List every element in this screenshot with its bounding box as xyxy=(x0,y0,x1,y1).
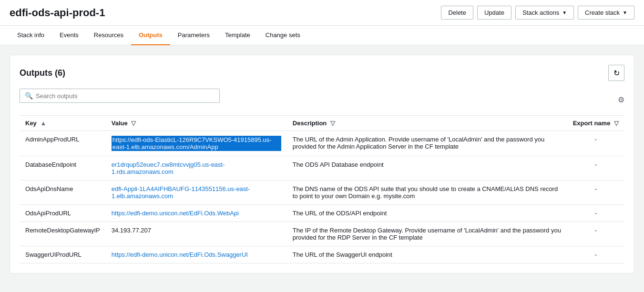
stack-actions-button[interactable]: Stack actions ▼ xyxy=(515,6,574,20)
outputs-count: (6) xyxy=(55,68,65,78)
create-stack-button[interactable]: Create stack ▼ xyxy=(578,6,634,20)
nav-tabs: Stack info Events Resources Outputs Para… xyxy=(0,26,644,45)
description-cell: The URL of the ODS/API endpoint xyxy=(287,205,567,222)
tab-resources[interactable]: Resources xyxy=(86,26,131,45)
description-cell: The ODS API Database endpoint xyxy=(287,156,567,181)
key-cell: AdminAppProdURL xyxy=(20,131,106,156)
tab-outputs[interactable]: Outputs xyxy=(131,26,170,45)
key-cell: OdsApiProdURL xyxy=(20,205,106,222)
search-icon: 🔍 xyxy=(25,92,33,100)
value-cell[interactable]: https://edfi-demo.unicon.net/EdFi.Ods.Sw… xyxy=(106,246,287,263)
export-name-cell: - xyxy=(567,156,624,181)
table-row: OdsApiDnsNameedfi-Appli-1LA4AIFHBAUFG-11… xyxy=(20,181,624,205)
value-link[interactable]: edfi-Appli-1LA4AIFHBAUFG-1143551156.us-e… xyxy=(112,185,250,200)
col-header-export[interactable]: Export name ▽ xyxy=(567,116,624,131)
tab-events[interactable]: Events xyxy=(52,26,86,45)
delete-button[interactable]: Delete xyxy=(441,6,473,20)
tab-template[interactable]: Template xyxy=(217,26,258,45)
sort-icon: ▽ xyxy=(614,120,619,127)
export-name-cell: - xyxy=(567,181,624,205)
col-header-description[interactable]: Description ▽ xyxy=(287,116,567,131)
chevron-down-icon: ▼ xyxy=(562,10,567,15)
outputs-table: Key ▲ Value ▽ Description ▽ Export name … xyxy=(20,115,624,263)
settings-icon-button[interactable]: ⚙ xyxy=(618,95,624,104)
value-cell[interactable]: https://edfi-ods-ElasticL-126R9C7VKSWO5-… xyxy=(106,131,287,156)
outputs-header: Outputs (6) ↻ xyxy=(20,65,624,81)
sort-icon: ▽ xyxy=(131,120,136,127)
search-input[interactable] xyxy=(36,92,215,100)
sort-asc-icon: ▲ xyxy=(40,120,46,127)
outputs-panel: Outputs (6) ↻ 🔍 ⚙ Key ▲ Value xyxy=(10,55,634,273)
table-row: DatabaseEndpointer1drqup52euec7.cw8mtcvv… xyxy=(20,156,624,181)
value-cell[interactable]: er1drqup52euec7.cw8mtcvvjg05.us-east-1.r… xyxy=(106,156,287,181)
value-cell: 34.193.77.207 xyxy=(106,222,287,246)
content-area: Outputs (6) ↻ 🔍 ⚙ Key ▲ Value xyxy=(0,45,644,283)
tab-change-sets[interactable]: Change sets xyxy=(258,26,308,45)
description-cell: The URL of the SwaggerUI endpoint xyxy=(287,246,567,263)
table-row: SwaggerUIProdURLhttps://edfi-demo.unicon… xyxy=(20,246,624,263)
page-title: edfi-ods-api-prod-1 xyxy=(10,7,105,19)
top-actions: Delete Update Stack actions ▼ Create sta… xyxy=(441,6,634,20)
value-link[interactable]: https://edfi-ods-ElasticL-126R9C7VKSWO5-… xyxy=(112,136,281,151)
key-cell: OdsApiDnsName xyxy=(20,181,106,205)
top-bar: edfi-ods-api-prod-1 Delete Update Stack … xyxy=(0,0,644,26)
key-cell: SwaggerUIProdURL xyxy=(20,246,106,263)
value-link[interactable]: er1drqup52euec7.cw8mtcvvjg05.us-east-1.r… xyxy=(112,161,225,175)
chevron-down-icon: ▼ xyxy=(623,10,627,15)
value-link[interactable]: https://edfi-demo.unicon.net/EdFi.Ods.We… xyxy=(112,210,239,217)
value-link[interactable]: https://edfi-demo.unicon.net/EdFi.Ods.Sw… xyxy=(112,251,248,258)
sort-icon: ▽ xyxy=(330,120,335,127)
refresh-button[interactable]: ↻ xyxy=(608,65,624,81)
export-name-cell: - xyxy=(567,205,624,222)
description-cell: The DNS name of the ODS API suite that y… xyxy=(287,181,567,205)
col-header-value[interactable]: Value ▽ xyxy=(106,116,287,131)
update-button[interactable]: Update xyxy=(477,6,511,20)
export-name-cell: - xyxy=(567,246,624,263)
export-name-cell: - xyxy=(567,222,624,246)
key-cell: DatabaseEndpoint xyxy=(20,156,106,181)
search-bar: 🔍 xyxy=(20,89,220,103)
export-name-cell: - xyxy=(567,131,624,156)
table-row: RemoteDesktopGatewayIP34.193.77.207The I… xyxy=(20,222,624,246)
description-cell: The URL of the Admin Application. Provid… xyxy=(287,131,567,156)
table-header-row: Key ▲ Value ▽ Description ▽ Export name … xyxy=(20,116,624,131)
table-row: AdminAppProdURLhttps://edfi-ods-ElasticL… xyxy=(20,131,624,156)
table-row: OdsApiProdURLhttps://edfi-demo.unicon.ne… xyxy=(20,205,624,222)
tab-stack-info[interactable]: Stack info xyxy=(10,26,52,45)
col-header-key[interactable]: Key ▲ xyxy=(20,116,106,131)
tab-parameters[interactable]: Parameters xyxy=(170,26,217,45)
value-cell[interactable]: https://edfi-demo.unicon.net/EdFi.Ods.We… xyxy=(106,205,287,222)
description-cell: The IP of the Remote Desktop Gateway. Pr… xyxy=(287,222,567,246)
value-cell[interactable]: edfi-Appli-1LA4AIFHBAUFG-1143551156.us-e… xyxy=(106,181,287,205)
outputs-title: Outputs (6) xyxy=(20,68,65,78)
key-cell: RemoteDesktopGatewayIP xyxy=(20,222,106,246)
